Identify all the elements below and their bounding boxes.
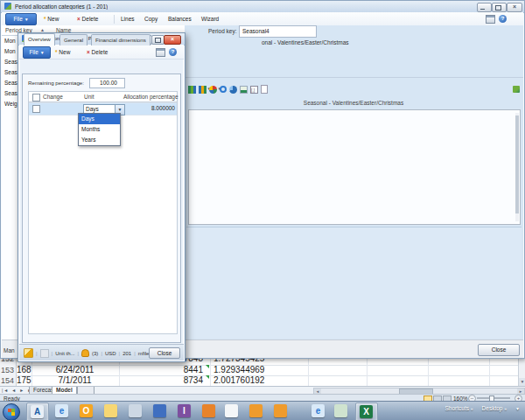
lines-button[interactable]: Lines xyxy=(121,16,135,22)
wizard-button[interactable]: Wizard xyxy=(201,16,219,22)
cell[interactable]: 175 xyxy=(15,375,32,386)
attachment-icon xyxy=(40,349,49,358)
dropdown-option-months[interactable]: Months xyxy=(79,124,120,135)
user-id: mfile xyxy=(138,351,150,356)
infopath-icon[interactable]: I xyxy=(174,402,195,420)
change-checkbox[interactable] xyxy=(32,105,40,113)
communicator-people-icon[interactable] xyxy=(125,402,146,420)
record-count: 201 xyxy=(122,351,131,356)
file-menu-button[interactable]: File ▼ xyxy=(5,13,37,25)
new-button[interactable]: * New xyxy=(44,16,59,22)
cell[interactable]: 168 xyxy=(15,365,32,375)
main-title-bar[interactable]: Period allocation categories (1 - 201) × xyxy=(1,1,524,13)
restore-layout-icon[interactable] xyxy=(156,48,165,57)
allocation-value[interactable]: 8.000000 xyxy=(125,105,175,111)
outlook-icon[interactable]: O xyxy=(76,402,97,420)
sheet-nav-icon[interactable]: |◄ xyxy=(2,388,9,393)
lower-panel xyxy=(186,227,522,339)
period-key-field[interactable]: Seasonal4 xyxy=(239,25,317,38)
dropdown-option-days[interactable]: Days xyxy=(79,114,120,124)
dropdown-option-years[interactable]: Years xyxy=(79,135,120,145)
tab-general[interactable]: General xyxy=(60,34,88,46)
select-all-checkbox[interactable] xyxy=(32,94,40,102)
brackets-icon[interactable] xyxy=(250,86,258,94)
remaining-percentage-field[interactable]: 100.00 xyxy=(89,78,125,88)
minimize-button[interactable] xyxy=(477,3,492,12)
dialog-maximize-button[interactable] xyxy=(151,35,164,45)
dialog-help-icon[interactable]: ? xyxy=(169,48,177,56)
dialog-toolbar: File ▼ * New × Delete ? xyxy=(19,45,184,60)
remaining-percentage-label: Remaining percentage: xyxy=(28,80,84,86)
taskbar-expand-icon[interactable]: ▼ xyxy=(515,406,520,411)
tab-financial-dimensions[interactable]: Financial dimensions xyxy=(91,34,150,46)
dialog-close-action-button[interactable]: Close xyxy=(149,347,180,359)
tab-overview[interactable]: Overview xyxy=(24,33,55,46)
messenger-balls-icon[interactable] xyxy=(331,402,352,420)
cell[interactable]: 8734 xyxy=(120,375,211,386)
cell[interactable]: 8441 xyxy=(120,365,211,375)
close-button[interactable]: × xyxy=(507,3,522,12)
dialog-close-button[interactable]: × xyxy=(164,35,181,45)
cell[interactable]: 2.001760192 xyxy=(210,375,309,386)
column-header-change[interactable]: Change xyxy=(43,94,63,100)
chart-toolbar xyxy=(188,85,268,94)
sheet-nav-icon[interactable]: ► xyxy=(19,388,24,393)
copy-button[interactable]: Copy xyxy=(144,16,158,22)
cell[interactable]: 1.929344969 xyxy=(210,365,309,375)
document-icon[interactable] xyxy=(221,402,242,420)
alerts-bell-icon[interactable] xyxy=(81,349,89,357)
zoom-slider[interactable] xyxy=(477,397,510,399)
cell[interactable] xyxy=(368,375,429,386)
cell[interactable] xyxy=(429,375,490,386)
cell[interactable] xyxy=(308,375,368,386)
restore-layout-icon[interactable] xyxy=(486,15,495,24)
new-icon: * xyxy=(44,16,46,22)
chevron-icon: » xyxy=(471,406,473,411)
comment-mark-icon xyxy=(206,375,209,379)
internet-explorer-2-icon[interactable]: e xyxy=(308,402,329,420)
blue-app-icon[interactable] xyxy=(150,402,171,420)
column-header-unit[interactable]: Unit xyxy=(84,94,94,100)
column-header-allocation[interactable]: Allocation percentage xyxy=(123,94,178,100)
delete-button[interactable]: × Delete xyxy=(77,16,98,22)
sheet-nav-icon[interactable]: ◄ xyxy=(11,388,17,393)
cell[interactable] xyxy=(429,365,490,375)
expand-icon[interactable] xyxy=(513,86,520,93)
cell[interactable] xyxy=(368,365,429,375)
maximize-button[interactable] xyxy=(492,3,507,12)
main-close-button[interactable]: Close xyxy=(478,344,520,356)
bar-chart-icon[interactable] xyxy=(188,86,196,94)
chart-type-menu-icon[interactable] xyxy=(199,86,206,94)
scroll-down-icon[interactable]: ▼ xyxy=(519,378,525,386)
palette-menu-icon[interactable] xyxy=(209,86,217,94)
status-unit-text: Unit th... xyxy=(55,351,74,356)
new-icon: * xyxy=(55,49,58,55)
cell[interactable] xyxy=(308,365,368,375)
internet-explorer-icon[interactable]: e xyxy=(52,402,73,420)
shortcuts-toolbar[interactable]: Shortcuts » xyxy=(445,405,473,411)
people-app-2-icon[interactable] xyxy=(270,402,291,420)
balances-button[interactable]: Balances xyxy=(168,16,192,22)
cell[interactable]: 6/24/2011 xyxy=(31,365,120,375)
office-grid-icon[interactable] xyxy=(199,402,220,420)
dialog-new-button[interactable]: * New xyxy=(55,49,70,55)
excel-icon[interactable]: X xyxy=(355,402,378,420)
chart-scrollbar-thumb[interactable] xyxy=(515,116,519,214)
status-text: Man xyxy=(4,347,15,354)
page-icon[interactable] xyxy=(261,85,268,94)
currency-indicator: USD xyxy=(105,351,116,356)
windows-taskbar: AeOIeX Shortcuts » Desktop » ▼ xyxy=(0,401,525,420)
dialog-delete-button[interactable]: × Delete xyxy=(87,49,108,55)
mini-chart-icon[interactable] xyxy=(240,86,248,94)
refresh-icon[interactable] xyxy=(220,86,227,93)
folder-icon[interactable] xyxy=(101,402,122,420)
cell[interactable]: 7/1/2011 xyxy=(31,375,120,386)
help-icon[interactable]: ? xyxy=(499,15,507,23)
start-button[interactable] xyxy=(3,403,20,420)
dialog-file-menu-button[interactable]: File ▼ xyxy=(23,46,51,59)
dialog-status-bar: | | Unit th... | (3) | USD | 201 | mfile… xyxy=(19,344,184,360)
pie-rotate-icon[interactable] xyxy=(229,86,237,94)
dynamics-ax-icon[interactable]: A xyxy=(26,402,49,420)
people-app-icon[interactable] xyxy=(246,402,267,420)
desktop-toolbar[interactable]: Desktop » xyxy=(482,405,507,411)
